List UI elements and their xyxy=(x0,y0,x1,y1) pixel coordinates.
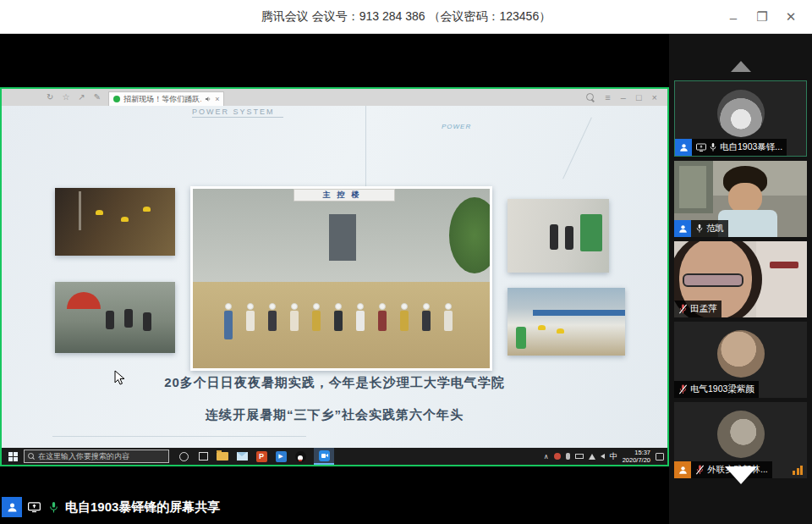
qq-icon xyxy=(295,451,306,462)
browser-close-icon[interactable]: × xyxy=(652,93,657,102)
photo-right-top-exhibit xyxy=(508,199,609,273)
mic-muted-icon xyxy=(678,304,688,314)
slide-watermark-power: POWER xyxy=(442,123,471,130)
edit-icon[interactable]: ✎ xyxy=(94,93,101,102)
tray-volume-icon[interactable] xyxy=(601,454,605,459)
task-view-icon xyxy=(199,452,208,461)
movies-icon: ▶ xyxy=(276,451,287,462)
shared-browser-window[interactable]: ↻ ☆ ↗ ✎ 招新现场！等你们踊跃… × xyxy=(0,87,669,466)
decorative-line xyxy=(562,118,592,179)
cortana-icon xyxy=(179,452,189,461)
start-button[interactable] xyxy=(2,448,24,465)
green-display xyxy=(580,214,602,251)
input-method-indicator[interactable]: 中 xyxy=(610,451,617,462)
participant-tile[interactable]: 电气1903梁紫颜 xyxy=(674,322,807,398)
blue-roof xyxy=(533,310,625,316)
close-button[interactable]: ✕ xyxy=(776,0,805,34)
windows-logo-icon xyxy=(8,452,18,461)
yellow-hardhat xyxy=(557,328,564,334)
movies-app-button[interactable]: ▶ xyxy=(275,450,287,462)
browser-restore-icon[interactable]: □ xyxy=(636,93,642,102)
file-explorer-button[interactable] xyxy=(217,450,228,462)
tab-close-icon[interactable]: × xyxy=(215,95,219,103)
participant-name-bar: 外联实践部林... xyxy=(674,461,772,478)
folder-icon xyxy=(217,452,228,461)
window-controls: – ❐ ✕ xyxy=(719,0,805,34)
participant-name-bar: 电气1903梁紫颜 xyxy=(674,381,759,398)
person-figure xyxy=(143,312,151,331)
browser-right-icons: ≡ – □ × xyxy=(581,89,662,106)
student-group xyxy=(222,303,454,339)
tab-title: 招新现场！等你们踊跃… xyxy=(123,94,201,105)
tray-expand-chevron[interactable]: ∧ xyxy=(544,453,549,461)
yellow-hardhat xyxy=(121,217,129,222)
bookmark-icon[interactable]: ☆ xyxy=(62,93,69,102)
slide-caption-line2: 连续开展暑期“三下乡”社会实践第六个年头 xyxy=(2,407,667,423)
person-figure xyxy=(124,309,133,328)
screen-share-icon xyxy=(26,499,41,515)
tray-battery-icon[interactable] xyxy=(575,454,584,459)
action-center-icon[interactable] xyxy=(656,453,664,461)
tree xyxy=(449,197,490,273)
person-figure xyxy=(565,226,573,250)
green-shirt-person xyxy=(516,327,526,349)
scroll-down-arrow[interactable] xyxy=(725,466,757,484)
tencent-meeting-window: 腾讯会议 会议号：913 284 386 （会议密码：123456） – ❐ ✕… xyxy=(0,0,812,524)
person-figure xyxy=(106,311,114,329)
menu-icon[interactable]: ≡ xyxy=(605,93,610,102)
participant-tile[interactable]: 范凯 xyxy=(674,161,807,237)
scroll-up-arrow[interactable] xyxy=(731,61,751,72)
slide-watermark-power-system: POWER SYSTEM xyxy=(192,108,283,118)
tencent-meeting-icon xyxy=(319,450,330,461)
yellow-hardhat xyxy=(538,325,546,330)
participant-name: 电气1903梁紫颜 xyxy=(690,383,754,395)
host-badge-icon xyxy=(2,497,22,517)
system-tray: ∧ 中 15:37 2020/7/20 xyxy=(544,448,664,465)
slide-caption-line1: 20多个日日夜夜暑期实践，今年是长沙理工大学电气学院 xyxy=(2,375,667,391)
group-photo-scene: 主控楼 xyxy=(193,189,490,368)
tab-audio-icon[interactable] xyxy=(205,96,211,102)
avatar xyxy=(717,90,765,137)
tray-network-icon[interactable] xyxy=(589,454,595,460)
host-badge-icon xyxy=(675,139,692,156)
participant-tile[interactable]: 田孟萍 xyxy=(674,241,807,317)
taskbar-search-input[interactable]: 在这里输入你要搜索的内容 xyxy=(24,450,169,463)
tray-qq-icon[interactable] xyxy=(554,453,561,460)
site-favicon xyxy=(113,96,120,102)
taskbar-clock[interactable]: 15:37 2020/7/20 xyxy=(623,449,650,465)
screen-share-banner: 电自1903暴铎锋的屏幕共享 xyxy=(2,496,220,518)
presentation-slide: POWER SYSTEM POWER xyxy=(2,106,667,448)
task-view-button[interactable] xyxy=(197,450,209,462)
mail-button[interactable] xyxy=(236,450,248,462)
cohost-badge-icon xyxy=(674,461,691,478)
browser-minimize-icon[interactable]: – xyxy=(621,93,626,102)
browser-tab[interactable]: 招新现场！等你们踊跃… × xyxy=(108,91,224,106)
shared-screen-stage: ↻ ☆ ↗ ✎ 招新现场！等你们踊跃… × xyxy=(0,34,669,524)
cortana-button[interactable] xyxy=(178,450,189,462)
tencent-meeting-taskbar-button[interactable] xyxy=(314,448,334,465)
avatar xyxy=(717,330,765,378)
maximize-button[interactable]: ❐ xyxy=(748,0,776,34)
qq-button[interactable] xyxy=(294,450,306,462)
participants-sidebar: 电自1903暴铎... 范凯 xyxy=(669,34,812,524)
search-icon xyxy=(28,453,35,460)
powerpoint-button[interactable]: P xyxy=(255,450,267,462)
share-icon[interactable]: ↗ xyxy=(78,93,85,102)
share-banner-label: 电自1903暴铎锋的屏幕共享 xyxy=(65,499,220,516)
powerpoint-icon: P xyxy=(256,451,267,462)
search-placeholder: 在这里输入你要搜索的内容 xyxy=(38,451,129,462)
tray-mic-icon[interactable] xyxy=(566,453,570,460)
search-icon[interactable] xyxy=(586,93,595,102)
minimize-button[interactable]: – xyxy=(719,0,748,34)
mail-icon xyxy=(237,452,248,461)
building-door xyxy=(329,214,356,261)
browser-left-icons: ↻ ☆ ↗ ✎ xyxy=(42,93,105,102)
network-signal-icon xyxy=(793,466,803,475)
photo-left-bottom-umbrella xyxy=(55,282,175,353)
mic-muted-icon xyxy=(678,384,688,394)
mic-on-icon xyxy=(695,223,704,234)
participant-tile[interactable]: 电自1903暴铎... xyxy=(674,80,807,157)
mouse-cursor xyxy=(114,370,125,385)
refresh-icon[interactable]: ↻ xyxy=(47,93,53,102)
decorative-line xyxy=(52,436,306,437)
